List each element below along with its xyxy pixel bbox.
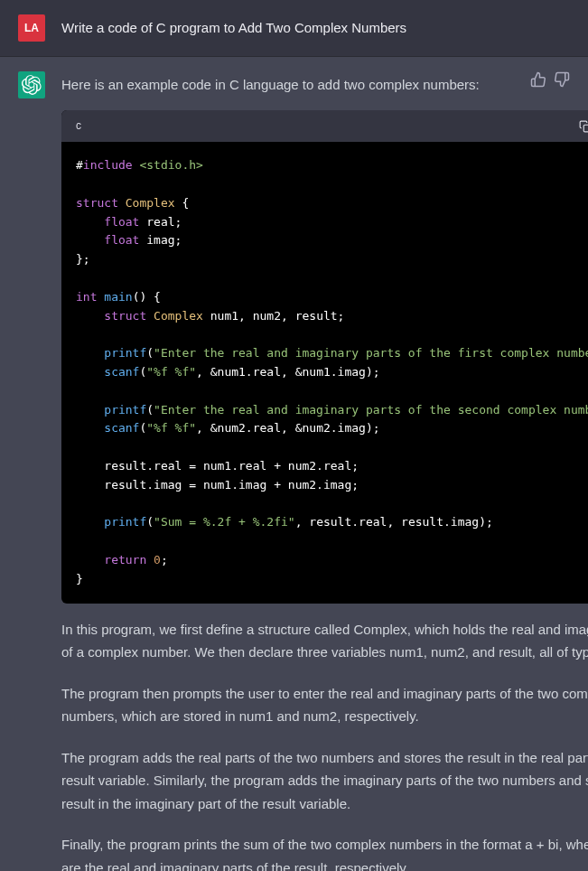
user-avatar: LA bbox=[18, 14, 45, 42]
explanation-paragraph-2: The program then prompts the user to ent… bbox=[61, 682, 588, 728]
explanation-paragraph-1: In this program, we first define a struc… bbox=[61, 618, 588, 664]
assistant-message-row: Here is an example code in C language to… bbox=[0, 57, 588, 871]
explanation-section: In this program, we first define a struc… bbox=[61, 618, 588, 871]
explanation-paragraph-4: Finally, the program prints the sum of t… bbox=[61, 833, 588, 871]
code-block: c Copy code #include <stdio.h> struct Co… bbox=[61, 110, 588, 604]
assistant-intro-text: Here is an example code in C language to… bbox=[61, 74, 588, 96]
code-header: c Copy code bbox=[61, 110, 588, 142]
user-avatar-label: LA bbox=[24, 22, 39, 34]
code-language-label: c bbox=[76, 117, 81, 135]
thumbs-up-button[interactable] bbox=[530, 71, 546, 88]
explanation-paragraph-3: The program adds the real parts of the t… bbox=[61, 746, 588, 816]
clipboard-icon bbox=[579, 120, 588, 133]
user-message-row: LA Write a code of C program to Add Two … bbox=[0, 0, 588, 57]
feedback-buttons bbox=[530, 71, 570, 88]
thumbs-down-button[interactable] bbox=[554, 71, 570, 88]
assistant-avatar bbox=[18, 71, 45, 98]
user-message-text: Write a code of C program to Add Two Com… bbox=[61, 14, 570, 42]
openai-logo-icon bbox=[22, 75, 42, 95]
svg-rect-0 bbox=[583, 125, 588, 132]
thumbs-up-icon bbox=[530, 71, 546, 88]
code-content: #include <stdio.h> struct Complex { floa… bbox=[61, 142, 588, 603]
assistant-message-content: Here is an example code in C language to… bbox=[61, 71, 588, 871]
copy-code-button[interactable]: Copy code bbox=[579, 117, 588, 135]
thumbs-down-icon bbox=[554, 71, 570, 88]
